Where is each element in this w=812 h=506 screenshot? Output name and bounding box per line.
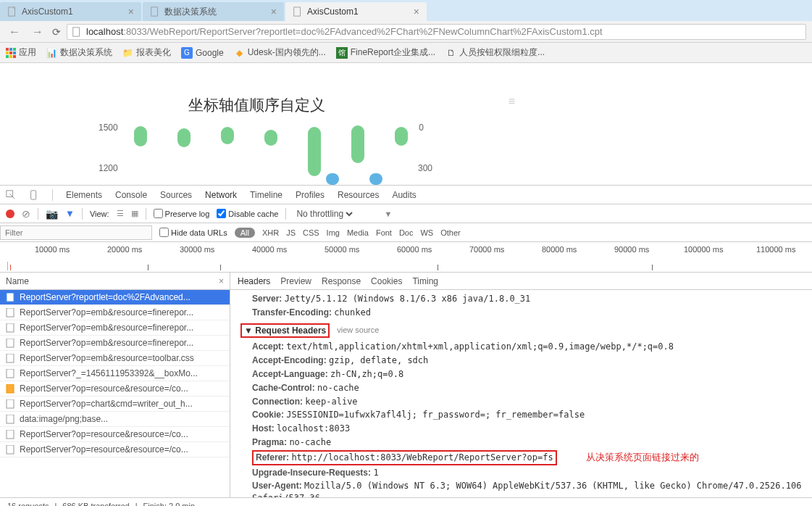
apps-button[interactable]: 应用 — [6, 46, 36, 59]
dropdown-icon[interactable]: ▼ — [384, 210, 392, 218]
bookmark-finereport[interactable]: 馆FineReport企业集成... — [336, 46, 435, 59]
tick-30000: 30000 ms — [180, 245, 214, 254]
bar-blue-1 — [326, 173, 339, 185]
address-row: ← → ⟳ localhost:8033/WebReport/ReportSer… — [0, 21, 812, 43]
timeline[interactable]: 10000 ms 20000 ms 30000 ms 40000 ms 5000… — [0, 242, 812, 273]
img-icon — [6, 415, 15, 424]
filter-js[interactable]: JS — [286, 228, 296, 237]
request-row[interactable]: ReportServer?op=resource&resource=/co... — [0, 442, 230, 457]
svg-rect-8 — [7, 323, 14, 332]
google-icon: G — [181, 47, 193, 59]
filter-xhr[interactable]: XHR — [262, 228, 279, 237]
divider — [52, 189, 53, 201]
disable-cache-checkbox[interactable]: Disable cache — [217, 209, 278, 218]
request-row[interactable]: ReportServer?op=emb&resource=finerepor..… — [0, 320, 230, 336]
doc-icon — [6, 430, 15, 439]
tab-axiscustom1-active[interactable]: AxisCustom1 × — [285, 2, 427, 21]
right-axis-tick-300: 300 — [418, 163, 432, 173]
tick-50000: 50000 ms — [325, 245, 359, 254]
tab-headers[interactable]: Headers — [238, 276, 270, 286]
filter-other[interactable]: Other — [440, 228, 461, 237]
filter-img[interactable]: Img — [327, 228, 340, 237]
tab-network[interactable]: Network — [205, 190, 237, 200]
request-row[interactable]: ReportServer?op=emb&resource=finerepor..… — [0, 336, 230, 351]
tab-preview[interactable]: Preview — [280, 276, 311, 286]
header-line-referer: Referer: http://localhost:8033/WebReport… — [252, 450, 802, 465]
header-line: Server: Jetty/5.1.12 (Windows 8.1/6.3 x8… — [252, 293, 802, 305]
address-bar[interactable]: localhost:8033/WebReport/ReportServer?re… — [67, 24, 806, 40]
request-row[interactable]: data:image/png;base... — [0, 412, 230, 427]
request-row[interactable]: ReportServer?_=1456111953392&__boxMo... — [0, 366, 230, 381]
filter-icon[interactable]: ▼ — [65, 208, 75, 219]
svg-rect-15 — [7, 430, 14, 439]
tab-elements[interactable]: Elements — [66, 190, 102, 200]
back-button[interactable]: ← — [6, 25, 23, 38]
record-button[interactable] — [6, 210, 14, 218]
request-row[interactable]: ReportServer?op=emb&resource=toolbar.css — [0, 351, 230, 366]
tab-sources[interactable]: Sources — [160, 190, 192, 200]
device-icon[interactable] — [29, 190, 39, 200]
panels: Name × ReportServer?reportlet=doc%2FAdva… — [0, 273, 812, 497]
tab-profiles[interactable]: Profiles — [296, 190, 325, 200]
tab-console[interactable]: Console — [115, 190, 147, 200]
filter-input[interactable] — [0, 225, 152, 240]
bookmark-udesk[interactable]: ◆Udesk-国内领先的... — [234, 46, 326, 59]
view-small-icon[interactable]: ▦ — [131, 209, 138, 218]
tab-response[interactable]: Response — [322, 276, 361, 286]
tab-data-system[interactable]: 数据决策系统 × — [143, 2, 284, 21]
headers-tabs: Headers Preview Response Cookies Timing — [230, 273, 812, 290]
bookmark-data-system[interactable]: 📊数据决策系统 — [46, 46, 112, 59]
js-icon — [6, 384, 15, 394]
request-row[interactable]: ReportServer?op=resource&resource=/co... — [0, 381, 230, 397]
filter-css[interactable]: CSS — [303, 228, 319, 237]
throttling-select[interactable]: No throttling — [293, 208, 355, 220]
close-icon[interactable]: × — [128, 6, 134, 17]
doc-icon — [6, 369, 15, 378]
left-axis-tick-1200: 1200 — [99, 163, 118, 173]
close-icon[interactable]: × — [271, 6, 277, 17]
filter-all[interactable]: All — [235, 228, 255, 238]
clear-button[interactable]: ⊘ — [22, 208, 30, 220]
tick-60000: 60000 ms — [397, 245, 432, 254]
tab-title: AxisCustom1 — [307, 7, 359, 17]
filter-font[interactable]: Font — [376, 228, 392, 237]
url-port: :8033 — [123, 26, 147, 37]
request-row[interactable]: ReportServer?op=emb&resource=finerepor..… — [0, 305, 230, 320]
hide-data-urls-checkbox[interactable]: Hide data URLs — [159, 228, 227, 237]
tab-resources[interactable]: Resources — [338, 190, 379, 200]
headers-body: Server: Jetty/5.1.12 (Windows 8.1/6.3 x8… — [230, 290, 812, 497]
timeline-mark — [652, 265, 653, 270]
chart-area: 坐标轴值顺序自定义 ≡ 1500 1200 0 300 — [0, 63, 812, 185]
close-icon[interactable]: × — [219, 276, 224, 286]
tab-axiscustom1-0[interactable]: AxisCustom1 × — [0, 2, 141, 21]
svg-rect-12 — [7, 384, 14, 393]
inspect-icon[interactable] — [6, 190, 16, 200]
filter-doc[interactable]: Doc — [399, 228, 414, 237]
svg-rect-3 — [73, 27, 80, 36]
view-large-icon[interactable]: ☰ — [117, 209, 124, 218]
request-row[interactable]: ReportServer?op=chart&cmd=writer_out_h..… — [0, 397, 230, 412]
preserve-log-checkbox[interactable]: Preserve log — [154, 209, 210, 218]
filter-ws[interactable]: WS — [420, 228, 433, 237]
capture-icon[interactable]: 📷 — [46, 208, 58, 220]
close-icon[interactable]: × — [414, 6, 419, 17]
tab-timeline[interactable]: Timeline — [250, 190, 282, 200]
bookmark-permissions[interactable]: 🗋人员按钮权限细粒度... — [445, 46, 545, 59]
bookmark-google[interactable]: GGoogle — [181, 47, 224, 59]
tab-audits[interactable]: Audits — [392, 190, 416, 200]
tab-cookies[interactable]: Cookies — [371, 276, 402, 286]
forward-button[interactable]: → — [29, 25, 46, 38]
chart-menu-icon[interactable]: ≡ — [508, 95, 515, 108]
reload-button[interactable]: ⟳ — [52, 26, 61, 38]
request-row[interactable]: ReportServer?op=resource&resource=/co... — [0, 427, 230, 442]
url-host: localhost — [86, 26, 123, 37]
request-row[interactable]: ReportServer?reportlet=doc%2FAdvanced... — [0, 290, 230, 305]
bar-green-3 — [221, 127, 234, 144]
filter-media[interactable]: Media — [347, 228, 369, 237]
bar-green-4 — [264, 130, 277, 146]
tab-timing[interactable]: Timing — [412, 276, 438, 286]
view-source-link[interactable]: view source — [337, 325, 379, 336]
request-headers-section[interactable]: ▼ Request Headers view source — [240, 323, 802, 339]
bookmark-report[interactable]: 📁报表美化 — [122, 46, 171, 59]
devtools-tabs: Elements Console Sources Network Timelin… — [0, 186, 812, 204]
